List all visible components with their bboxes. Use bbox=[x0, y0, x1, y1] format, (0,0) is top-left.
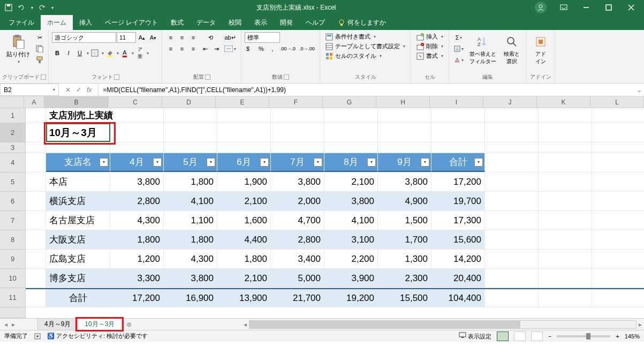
autosum-button[interactable]: Σ▾ bbox=[452, 32, 465, 43]
zoom-level[interactable]: 145% bbox=[625, 333, 640, 340]
qat-customize-icon[interactable]: ▾ bbox=[51, 5, 54, 10]
cell[interactable]: 4,100 bbox=[164, 192, 217, 210]
cell[interactable]: 1,700 bbox=[378, 230, 431, 249]
cell[interactable]: 合計▾ bbox=[431, 153, 485, 172]
tab-developer[interactable]: 開発 bbox=[274, 15, 299, 30]
cells-area[interactable]: 支店別売上実績10月～3月支店名▾4月▾5月▾6月▾7月▾8月▾9月▾合計▾本店… bbox=[26, 108, 644, 318]
delete-cells-button[interactable]: ×削除▾ bbox=[414, 42, 445, 51]
save-icon[interactable] bbox=[4, 3, 13, 12]
tab-data[interactable]: データ bbox=[190, 15, 222, 30]
increase-decimal-button[interactable]: .00→.0 bbox=[278, 43, 297, 54]
cell[interactable] bbox=[431, 123, 485, 142]
cell[interactable]: 2,800 bbox=[110, 192, 164, 210]
cell-styles-button[interactable]: セルのスタイル▾ bbox=[323, 51, 384, 61]
macro-record-icon[interactable] bbox=[34, 333, 41, 340]
cancel-formula-icon[interactable]: ✕ bbox=[65, 86, 71, 94]
cell[interactable] bbox=[539, 230, 592, 249]
accounting-format-button[interactable]: $ bbox=[245, 43, 255, 54]
cell[interactable]: 16,900 bbox=[164, 289, 217, 307]
cell[interactable] bbox=[539, 250, 592, 268]
cell[interactable]: 3,900 bbox=[324, 269, 378, 288]
cell[interactable]: 4,300 bbox=[110, 211, 164, 230]
cell[interactable] bbox=[378, 142, 431, 153]
cell[interactable] bbox=[485, 153, 539, 172]
cell[interactable]: 1,800 bbox=[110, 230, 164, 249]
cell[interactable] bbox=[110, 142, 164, 153]
cell[interactable]: 2,300 bbox=[378, 269, 431, 288]
align-right-button[interactable]: ≡ bbox=[188, 43, 199, 54]
cell[interactable]: 2,100 bbox=[324, 172, 378, 191]
chevron-down-icon[interactable]: ▾ bbox=[87, 51, 89, 56]
cell[interactable] bbox=[485, 172, 539, 191]
maximize-button[interactable] bbox=[598, 0, 619, 15]
cell[interactable]: 3,800 bbox=[378, 172, 431, 191]
zoom-in-button[interactable]: + bbox=[616, 333, 619, 340]
cell[interactable] bbox=[26, 230, 46, 249]
font-name-input[interactable] bbox=[52, 32, 116, 43]
phonetic-button[interactable]: ア亜 bbox=[134, 45, 145, 61]
cell[interactable]: 3,800 bbox=[324, 192, 378, 210]
expand-formula-bar-icon[interactable]: ⌄ bbox=[634, 84, 644, 96]
clipboard-dialog-launcher[interactable] bbox=[41, 74, 46, 80]
cell[interactable]: 名古屋支店 bbox=[46, 211, 110, 230]
insert-cells-button[interactable]: +挿入▾ bbox=[414, 32, 445, 41]
page-break-view-button[interactable] bbox=[531, 331, 543, 341]
row-header-3[interactable]: 3 bbox=[0, 142, 26, 153]
cell[interactable]: 1,200 bbox=[110, 250, 164, 268]
cell[interactable]: 3,800 bbox=[164, 269, 217, 288]
cell[interactable] bbox=[217, 142, 271, 153]
cell[interactable] bbox=[26, 289, 46, 307]
tab-file[interactable]: ファイル bbox=[2, 15, 41, 30]
cell[interactable] bbox=[592, 142, 644, 153]
cell[interactable]: 9月▾ bbox=[378, 153, 431, 172]
col-header-B[interactable]: B bbox=[44, 96, 109, 108]
tab-home[interactable]: ホーム bbox=[41, 15, 73, 30]
tab-view[interactable]: 表示 bbox=[248, 15, 274, 30]
sheet-nav-prev-icon[interactable]: ◂ bbox=[4, 321, 7, 328]
cell[interactable]: 15,600 bbox=[431, 230, 485, 249]
cell[interactable] bbox=[217, 108, 271, 123]
col-header-K[interactable]: K bbox=[537, 96, 590, 108]
col-header-E[interactable]: E bbox=[216, 96, 269, 108]
col-header-H[interactable]: H bbox=[376, 96, 430, 108]
user-avatar[interactable] bbox=[535, 2, 547, 13]
col-header-D[interactable]: D bbox=[162, 96, 216, 108]
add-sheet-button[interactable]: ⊕ bbox=[124, 319, 134, 330]
cell[interactable] bbox=[26, 172, 46, 191]
addins-button[interactable]: アド イン bbox=[530, 32, 551, 67]
cell[interactable] bbox=[592, 153, 644, 172]
cell[interactable] bbox=[592, 211, 644, 230]
format-as-table-button[interactable]: テーブルとして書式設定▾ bbox=[323, 42, 407, 51]
row-header-11[interactable]: 11 bbox=[0, 288, 26, 307]
cell[interactable] bbox=[324, 108, 378, 123]
filter-button[interactable]: ▾ bbox=[421, 158, 429, 167]
cell[interactable] bbox=[592, 289, 644, 307]
cell[interactable] bbox=[26, 123, 46, 142]
format-cells-button[interactable]: 書式▾ bbox=[414, 51, 445, 61]
fill-button[interactable]: ▾ bbox=[452, 43, 465, 54]
tab-formulas[interactable]: 数式 bbox=[164, 15, 190, 30]
cell[interactable] bbox=[539, 211, 592, 230]
cell[interactable] bbox=[485, 250, 539, 268]
sort-filter-button[interactable]: AZ 並べ替えと フィルター bbox=[466, 32, 499, 67]
chevron-down-icon[interactable]: ▾ bbox=[117, 51, 119, 56]
align-top-button[interactable]: ≡ bbox=[165, 32, 176, 43]
cell[interactable] bbox=[378, 123, 431, 142]
cell[interactable] bbox=[26, 211, 46, 230]
cell[interactable] bbox=[26, 192, 46, 210]
cell[interactable]: 5月▾ bbox=[164, 153, 217, 172]
chevron-down-icon[interactable]: ▾ bbox=[147, 51, 149, 56]
cell[interactable]: 4,300 bbox=[164, 250, 217, 268]
col-header-J[interactable]: J bbox=[483, 96, 537, 108]
cell[interactable]: 4,900 bbox=[378, 192, 431, 210]
cell[interactable]: 4,700 bbox=[271, 211, 324, 230]
cell[interactable]: 1,600 bbox=[217, 211, 271, 230]
cell[interactable]: 1,800 bbox=[164, 172, 217, 191]
cell[interactable]: 7月▾ bbox=[271, 153, 324, 172]
align-left-button[interactable]: ≡ bbox=[165, 43, 176, 54]
cell[interactable]: 14,200 bbox=[431, 250, 485, 268]
increase-font-button[interactable]: A▴ bbox=[137, 32, 147, 43]
percent-button[interactable]: % bbox=[256, 43, 267, 54]
filter-button[interactable]: ▾ bbox=[474, 158, 483, 167]
cell[interactable]: 博多支店 bbox=[46, 269, 110, 288]
